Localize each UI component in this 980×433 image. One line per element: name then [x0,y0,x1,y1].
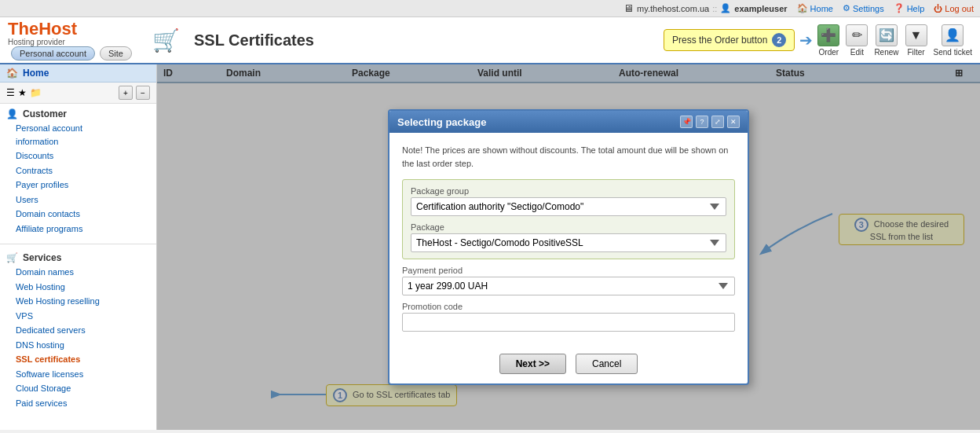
sidebar-item-domain-contacts[interactable]: Domain contacts [16,207,150,222]
promo-field: Promotion code [402,302,735,332]
sidebar-home[interactable]: 🏠 Home [0,64,156,83]
toolbar-area: Press the Order button 2 ➔ ➕ Order ✏ Edi… [664,24,972,57]
renew-icon: 🔄 [876,24,898,46]
settings-link[interactable]: ⚙ Settings [843,3,884,13]
promo-label: Promotion code [402,302,735,311]
toolbar-hint: Press the Order button 2 [664,29,795,51]
services-label: Services [23,252,61,263]
ticket-label: Send ticket [934,48,972,57]
sidebar: 🏠 Home ☰ ★ 📁 + − 👤 Customer Personal acc… [0,64,157,430]
user-icon: 👤 [720,3,731,13]
logo-the: The [8,19,38,39]
send-ticket-button[interactable]: 👤 Send ticket [934,24,972,57]
modal-overlay: Selecting package 📌 ? ⤢ ✕ Note! The pric… [157,64,980,430]
modal-title: Selecting package [397,116,486,128]
modal-footer: Next >> Cancel [389,346,748,383]
help-icon: ❓ [894,3,905,13]
logout-link[interactable]: ⏻ Log out [934,4,974,13]
sidebar-divider [0,244,156,244]
package-label: Package [411,222,726,232]
promo-input[interactable] [402,313,735,332]
sidebar-item-affiliate[interactable]: Affiliate programs [16,222,150,237]
header-buttons: Personal account Site [11,46,132,61]
help-label: Help [907,4,925,13]
modal-close-button[interactable]: ✕ [727,116,740,128]
modal-body: Note! The prices are shown without disco… [389,133,748,346]
main-layout: 🏠 Home ☰ ★ 📁 + − 👤 Customer Personal acc… [0,64,980,430]
sidebar-add-button[interactable]: + [119,86,133,100]
edit-label: Edit [850,48,864,57]
edit-icon: ✏ [846,24,868,46]
filter-icon: ▼ [905,24,927,46]
filter-label: Filter [907,48,924,57]
sidebar-item-cloud[interactable]: Cloud Storage [16,381,150,396]
customer-label: Customer [23,108,67,119]
logout-label: Log out [945,4,974,13]
sidebar-item-dedicated[interactable]: Dedicated servers [16,323,150,338]
logo-host: Host [38,19,77,39]
filter-button[interactable]: ▼ Filter [905,24,927,57]
logo-title: TheHost [8,20,132,38]
sidebar-item-dns[interactable]: DNS hosting [16,338,150,353]
cancel-button[interactable]: Cancel [576,354,638,374]
package-select[interactable]: TheHost - Sectigo/Comodo PositiveSSL [411,233,726,252]
renew-button[interactable]: 🔄 Renew [874,24,898,57]
sidebar-list-icon: ☰ [6,87,15,98]
modal-note: Note! The prices are shown without disco… [402,144,735,170]
hint-badge: 2 [772,33,786,47]
services-icon: 🛒 [6,252,18,263]
sidebar-folder-icon: 📁 [30,87,42,98]
sidebar-toolbar: ☰ ★ 📁 + − [0,83,156,104]
sidebar-item-web-hosting[interactable]: Web Hosting [16,280,150,295]
modal-maximize-button[interactable]: ⤢ [711,116,724,128]
payment-select[interactable]: 1 year 299.00 UAH [402,277,735,295]
logo: TheHost Hosting provider Personal accoun… [8,20,132,61]
home-label: Home [810,4,833,13]
sidebar-item-payer-profiles[interactable]: Payer profiles [16,178,150,193]
sidebar-remove-button[interactable]: − [136,86,150,100]
help-link[interactable]: ❓ Help [894,3,925,13]
sidebar-item-ssl[interactable]: SSL certificates [16,352,150,367]
sidebar-home-label: Home [23,68,49,79]
ticket-icon: 👤 [942,24,964,46]
services-section-title: 🛒 Services [0,248,156,265]
content-area: ID Domain Package Valid until Auto-renew… [157,64,980,430]
toolbar-actions: ➕ Order ✏ Edit 🔄 Renew ▼ Filter 👤 Send t… [817,24,972,57]
sidebar-item-personal-info[interactable]: Personal accountinformation [16,121,150,149]
payment-label: Payment period [402,266,735,275]
order-button[interactable]: ➕ Order [817,24,839,57]
selecting-package-modal: Selecting package 📌 ? ⤢ ✕ Note! The pric… [388,109,749,385]
sidebar-item-web-hosting-reselling[interactable]: Web Hosting reselling [16,294,150,309]
services-links: Domain names Web Hosting Web Hosting res… [0,265,156,415]
modal-pin-button[interactable]: 📌 [680,116,693,128]
pkg-group-select[interactable]: Certification authority "Sectigo/Comodo" [411,197,726,216]
username-display: exampleuser [734,4,787,13]
package-group-field: Package group Certification authority "S… [402,179,735,259]
pkg-group-label: Package group [411,186,726,196]
personal-account-button[interactable]: Personal account [11,46,95,61]
sidebar-item-domain-names[interactable]: Domain names [16,265,150,280]
sidebar-item-contracts[interactable]: Contracts [16,163,150,178]
hint-text: Press the Order button [672,35,767,46]
logout-icon: ⏻ [934,4,942,13]
sidebar-item-discounts[interactable]: Discounts [16,149,150,163]
renew-label: Renew [874,48,898,57]
sidebar-star-icon: ★ [18,87,27,98]
home-link[interactable]: 🏠 Home [797,3,833,13]
settings-label: Settings [853,4,884,13]
modal-titlebar: Selecting package 📌 ? ⤢ ✕ [389,111,748,133]
separator: :: [712,4,717,13]
modal-controls: 📌 ? ⤢ ✕ [680,116,740,128]
sidebar-item-users[interactable]: Users [16,193,150,207]
sidebar-item-paid[interactable]: Paid services [16,396,150,411]
sidebar-item-vps[interactable]: VPS [16,309,150,324]
sidebar-item-software[interactable]: Software licenses [16,367,150,382]
edit-button[interactable]: ✏ Edit [846,24,868,57]
modal-help-button[interactable]: ? [696,116,708,128]
payment-period-field: Payment period 1 year 299.00 UAH [402,266,735,295]
site-button[interactable]: Site [100,46,132,61]
cart-icon: 🛒 [152,28,180,53]
next-button[interactable]: Next >> [499,354,566,374]
customer-section-title: 👤 Customer [0,104,156,121]
order-label: Order [819,48,839,57]
